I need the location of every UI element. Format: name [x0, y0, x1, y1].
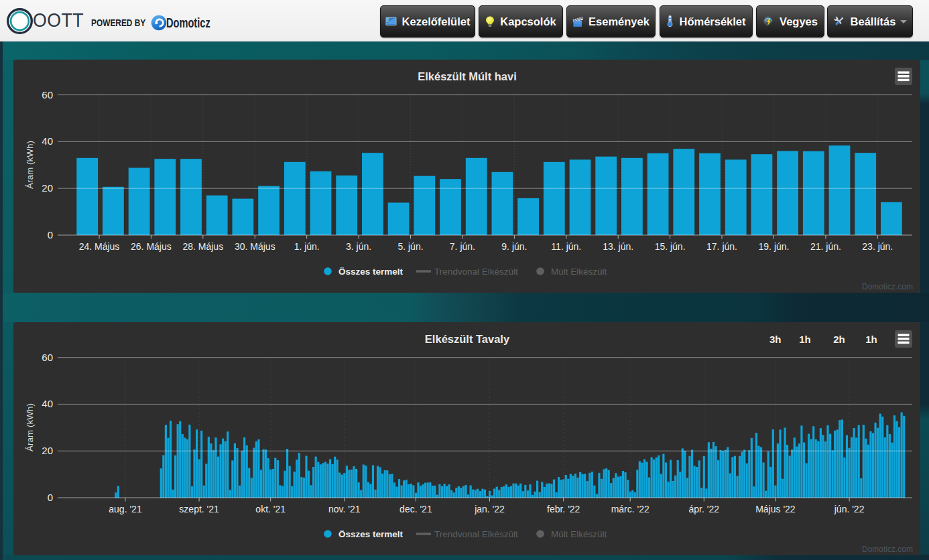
svg-text:0: 0 — [48, 492, 53, 503]
svg-text:21. jún.: 21. jún. — [810, 241, 841, 252]
svg-text:Elkészült Múlt havi: Elkészült Múlt havi — [418, 70, 517, 82]
svg-text:24. Május: 24. Május — [79, 241, 120, 252]
svg-text:nov. '21: nov. '21 — [328, 504, 361, 514]
svg-text:11. jún.: 11. jún. — [551, 241, 581, 252]
svg-text:Domoticz.com: Domoticz.com — [862, 545, 913, 554]
svg-text:jan. '22: jan. '22 — [474, 504, 505, 514]
svg-text:60: 60 — [42, 352, 53, 363]
svg-text:40: 40 — [42, 135, 53, 147]
svg-text:9. jún.: 9. jún. — [501, 241, 527, 252]
svg-text:1h: 1h — [865, 334, 877, 345]
svg-text:Május '22: Május '22 — [755, 504, 796, 514]
svg-text:dec. '21: dec. '21 — [399, 504, 432, 514]
svg-text:1h: 1h — [799, 334, 811, 345]
svg-text:Összes termelt: Összes termelt — [338, 529, 404, 539]
svg-text:17. jún.: 17. jún. — [706, 241, 737, 252]
svg-text:Múlt Elkészült: Múlt Elkészült — [551, 529, 607, 539]
svg-text:5. jún.: 5. jún. — [397, 241, 423, 252]
svg-text:1. jún.: 1. jún. — [294, 241, 320, 252]
svg-text:3. jún.: 3. jún. — [346, 241, 371, 252]
svg-text:Trendvonal Elkészült: Trendvonal Elkészült — [434, 267, 518, 277]
svg-text:Domoticz.com: Domoticz.com — [862, 282, 913, 291]
svg-text:febr. '22: febr. '22 — [547, 504, 580, 514]
svg-text:30. Május: 30. Május — [235, 241, 275, 252]
svg-text:Múlt Elkészült: Múlt Elkészült — [551, 267, 607, 277]
svg-text:Elkészült Tavaly: Elkészült Tavaly — [425, 333, 510, 345]
svg-text:40: 40 — [42, 398, 53, 409]
svg-text:0: 0 — [48, 229, 53, 240]
svg-text:2h: 2h — [833, 334, 845, 345]
svg-text:60: 60 — [42, 89, 53, 100]
svg-text:19. jún.: 19. jún. — [759, 241, 790, 252]
svg-text:ápr. '22: ápr. '22 — [689, 504, 720, 514]
svg-text:Trendvonal Elkészült: Trendvonal Elkészült — [434, 529, 518, 539]
svg-text:7. jún.: 7. jún. — [450, 241, 475, 252]
svg-text:szept. '21: szept. '21 — [179, 504, 219, 514]
svg-text:Áram (kWh): Áram (kWh) — [25, 141, 35, 189]
svg-text:13. jún.: 13. jún. — [603, 241, 633, 252]
svg-text:15. jún.: 15. jún. — [655, 241, 686, 252]
svg-text:okt. '21: okt. '21 — [255, 504, 286, 514]
svg-text:26. Május: 26. Május — [131, 241, 172, 252]
svg-text:23. jún.: 23. jún. — [862, 241, 893, 252]
svg-text:3h: 3h — [769, 334, 782, 345]
svg-text:28. Május: 28. Május — [182, 241, 223, 252]
svg-text:aug. '21: aug. '21 — [109, 504, 142, 514]
svg-text:Áram (kWh): Áram (kWh) — [25, 403, 35, 451]
svg-text:Összes termelt: Összes termelt — [338, 267, 404, 277]
svg-text:jún. '22: jún. '22 — [834, 504, 865, 514]
svg-text:márc. '22: márc. '22 — [611, 504, 649, 514]
svg-text:20: 20 — [42, 182, 53, 194]
svg-text:20: 20 — [42, 445, 53, 456]
